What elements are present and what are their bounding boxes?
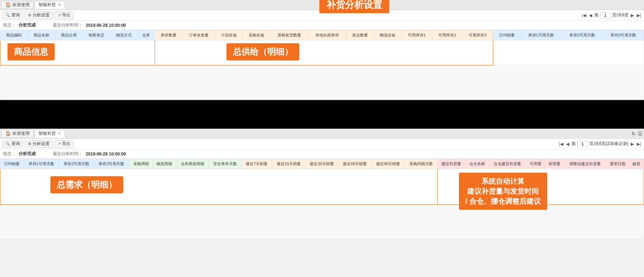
bth-shortage: 缺货 xyxy=(629,159,644,169)
status-value-top: 分析完成 xyxy=(19,22,36,28)
settings-icon: ⚙ xyxy=(28,13,31,18)
tab-home-bottom[interactable]: 🏠 欢迎使用 xyxy=(1,130,34,138)
bth-available-qty: 可用量 xyxy=(526,159,545,169)
system-calc-annotation: 系统自动计算建议补货量与发货时间/ 合仓、挪仓调整后建议 xyxy=(459,173,547,210)
th-product-name: 商品名称 xyxy=(28,30,55,40)
tab-home[interactable]: 🏠 欢迎使用 xyxy=(1,1,34,9)
refresh-icon[interactable]: ↻ xyxy=(631,131,636,137)
page-input-bottom[interactable] xyxy=(577,141,588,147)
th-quality-receive: 质检收货数量 xyxy=(270,30,308,40)
nav-first-bottom[interactable]: |◀ xyxy=(558,141,564,147)
bth-sales7: 最近7天销量 xyxy=(241,159,272,169)
export-label-bottom: 导出 xyxy=(62,141,70,147)
home-icon: 🏠 xyxy=(5,2,11,8)
table-row-empty4 xyxy=(0,91,644,100)
bth-merge-name: 合仓名称 xyxy=(465,159,489,169)
th-local-head-stock: 本地头程库存 xyxy=(308,30,346,40)
tab-home-label: 欢迎使用 xyxy=(13,2,30,8)
query-icon-bottom: 🔍 xyxy=(5,142,10,146)
th-product-code: 商品编码 xyxy=(0,30,28,40)
demand-detail-annotation: 总需求（明细） xyxy=(50,176,123,193)
top-table-container: 商品编码 商品名称 商品分类 销售状态 物流方式 仓库 库存数量 订单未发量 计… xyxy=(0,30,644,100)
nav-next-bottom[interactable]: ▶ xyxy=(630,141,635,147)
bth-demand-date: 需求日期 xyxy=(606,159,629,169)
th-purchase-transit: 采购在途 xyxy=(243,30,270,40)
bottom-section: 🏠 欢迎使用 智能补货 ✕ ↻ ☰ 🔍 查询 ⚙ 分析设置 ↗ 导出 |◀ ◀ … xyxy=(0,129,644,239)
th-logistics-method: 物流方式 xyxy=(110,30,138,40)
th-available-stock2: 可用库存2 xyxy=(432,30,462,40)
th-plan-transit: 计划在途 xyxy=(215,30,243,40)
tab-smart-restock-bottom[interactable]: 智能补货 ✕ xyxy=(35,130,65,138)
bottom-table-wrapper[interactable]: 日均销量 库存1可用天数 库存2可用天数 库存3可用天数 采购周期 物流周期 仓… xyxy=(0,159,644,239)
th-shipment-qty: 发运数量 xyxy=(346,30,374,40)
analysis-settings-button[interactable]: ⚙ 分析设置 xyxy=(25,11,53,19)
bth-purchase-cycle: 采购周期 xyxy=(129,159,153,169)
time-value-bottom: 2019-06-28 10:00:00 xyxy=(86,152,126,157)
nav-prev-bottom[interactable]: ◀ xyxy=(565,141,570,147)
bth-suggest-restock: 建议补货量 xyxy=(437,159,465,169)
bottom-table-row-empty4 xyxy=(0,231,644,239)
annotation-row: 商品信息 总供给（明细） xyxy=(0,40,644,65)
th-days-stock2: 库存2可用天数 xyxy=(561,30,603,40)
bth-days3: 库存3可用天数 xyxy=(94,159,129,169)
th-stock-qty: 库存数量 xyxy=(155,30,182,40)
table-row-empty3 xyxy=(0,83,644,91)
pagination-bottom: |◀ ◀ 第 页/共6页(230条记录) ▶ ▶| xyxy=(558,141,642,147)
tab-smart-restock-label-bottom: 智能补货 xyxy=(39,130,56,137)
analysis-settings-label-bottom: 分析设置 xyxy=(33,141,50,147)
nav-last-bottom[interactable]: ▶| xyxy=(636,141,642,147)
bottom-table: 日均销量 库存1可用天数 库存2可用天数 库存3可用天数 采购周期 物流周期 仓… xyxy=(0,159,644,239)
query-icon: 🔍 xyxy=(5,13,10,18)
tab-home-label-bottom: 欢迎使用 xyxy=(13,130,30,137)
tab-smart-restock[interactable]: 智能补货 ✕ xyxy=(35,1,65,9)
query-label-bottom: 查询 xyxy=(11,141,20,147)
query-button-bottom[interactable]: 🔍 查询 xyxy=(2,140,23,148)
bottom-annotation-row: 总需求（明细） 系统自动计算建议补货量与发货时间/ 合仓、挪仓调整后建议 xyxy=(0,169,644,205)
title-overlay: 补货分析设置 xyxy=(319,0,389,13)
bth-merge-suggest: 合仓建议补货量 xyxy=(489,159,526,169)
bottom-table-row-empty1 xyxy=(0,205,644,213)
home-icon-bottom: 🏠 xyxy=(5,131,11,136)
bottom-table-row-empty3 xyxy=(0,222,644,231)
bottom-table-container: 日均销量 库存1可用天数 库存2可用天数 库存3可用天数 采购周期 物流周期 仓… xyxy=(0,159,644,239)
th-available-stock3: 可用库存3 xyxy=(463,30,493,40)
top-table: 商品编码 商品名称 商品分类 销售状态 物流方式 仓库 库存数量 订单未发量 计… xyxy=(0,30,644,100)
bth-days2: 库存2可用天数 xyxy=(59,159,94,169)
table-row-empty2 xyxy=(0,74,644,83)
bth-sales15: 最近15天销量 xyxy=(272,159,305,169)
bottom-table-row-empty2 xyxy=(0,213,644,222)
supply-detail-annotation: 总供给（明细） xyxy=(226,43,299,60)
bth-used-qty: 郁用量 xyxy=(545,159,564,169)
status-value-bottom: 分析完成 xyxy=(19,151,36,157)
top-table-wrapper[interactable]: 商品编码 商品名称 商品分类 销售状态 物流方式 仓库 库存数量 订单未发量 计… xyxy=(0,30,644,100)
bth-purchase-interval: 采购间隔天数 xyxy=(405,159,437,169)
pagination-prefix-bottom: 第 xyxy=(571,141,576,147)
analysis-settings-label: 分析设置 xyxy=(33,12,50,18)
tab-close-icon-bottom[interactable]: ✕ xyxy=(58,131,61,136)
th-sales-status: 销售状态 xyxy=(83,30,110,40)
menu-icon[interactable]: ☰ xyxy=(638,131,643,137)
th-daily-sales: 日均销量 xyxy=(493,30,520,40)
export-button-bottom[interactable]: ↗ 导出 xyxy=(54,140,74,148)
export-icon-bottom: ↗ xyxy=(58,142,61,146)
th-days-stock3: 库存3可用天数 xyxy=(603,30,644,40)
export-icon: ↗ xyxy=(58,13,61,18)
time-label-top: 最近分析时间： xyxy=(53,22,83,28)
th-warehouse: 仓库 xyxy=(138,30,155,40)
bth-sales30: 最近30天销量 xyxy=(305,159,339,169)
query-label: 查询 xyxy=(11,12,20,18)
bth-warehouse-tail: 仓库尾箱周期 xyxy=(176,159,209,169)
tab-close-icon[interactable]: ✕ xyxy=(58,3,61,7)
th-product-category: 商品分类 xyxy=(55,30,83,40)
query-button[interactable]: 🔍 查询 xyxy=(2,11,23,19)
tab-bar-bottom: 🏠 欢迎使用 智能补货 ✕ ↻ ☰ xyxy=(0,129,644,139)
th-order-unsent: 订单未发量 xyxy=(182,30,215,40)
bth-daily-sales: 日均销量 xyxy=(0,159,24,169)
black-divider xyxy=(0,100,644,129)
time-label-bottom: 最近分析时间： xyxy=(53,151,83,157)
analysis-settings-button-bottom[interactable]: ⚙ 分析设置 xyxy=(25,140,53,148)
time-value-top: 2019-06-28 10:00:00 xyxy=(86,23,126,28)
th-available-stock1: 可用库存1 xyxy=(401,30,432,40)
toolbar-bottom: 🔍 查询 ⚙ 分析设置 ↗ 导出 |◀ ◀ 第 页/共6页(230条记录) ▶ … xyxy=(0,139,644,149)
bth-safety-days: 安全库存天数 xyxy=(209,159,241,169)
